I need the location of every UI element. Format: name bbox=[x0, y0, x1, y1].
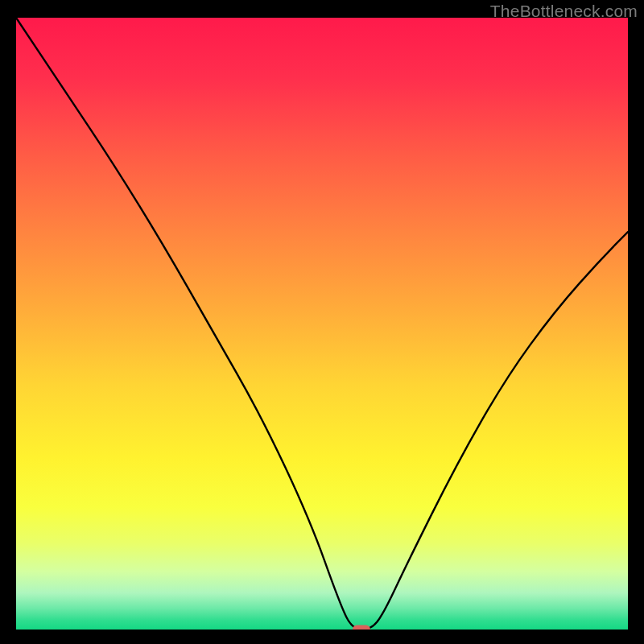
curve-layer bbox=[16, 18, 628, 630]
chart-frame: TheBottleneck.com bbox=[0, 0, 644, 644]
bottleneck-curve-path bbox=[16, 18, 628, 630]
watermark-text: TheBottleneck.com bbox=[490, 2, 638, 21]
trough-marker bbox=[353, 625, 370, 630]
plot-area bbox=[16, 18, 628, 630]
